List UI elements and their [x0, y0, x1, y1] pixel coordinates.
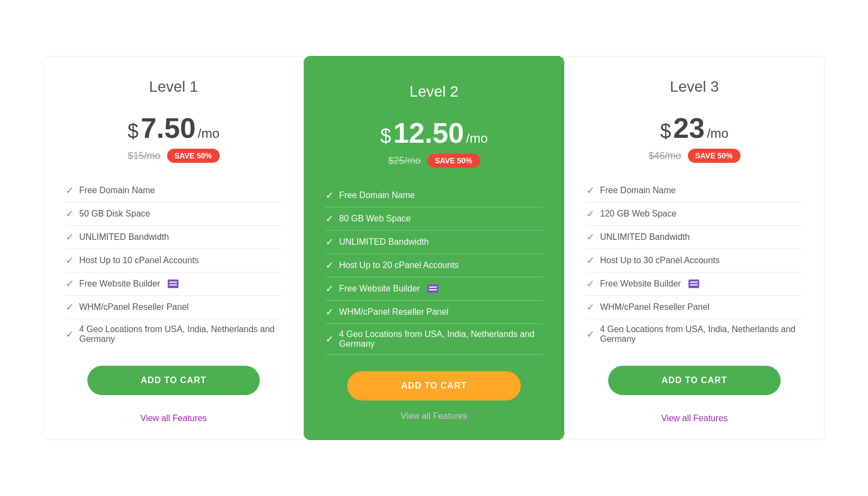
check-icon-level3-6: ✓	[586, 328, 595, 340]
add-to-cart-button-level2[interactable]: ADD TO CART	[347, 371, 521, 400]
currency-level2: $	[380, 125, 391, 148]
price-main-level3: $ 23 /mo	[586, 112, 802, 144]
website-builder-icon-level3-4	[688, 279, 699, 288]
price-area-level2: $ 12.50 /mo $25/mo SAVE 50%	[326, 117, 542, 179]
check-icon-level2-5: ✓	[326, 306, 334, 318]
feature-item-level3-4: ✓ Free Website Builder	[586, 272, 802, 296]
price-value-level2: 12.50	[393, 117, 464, 149]
check-icon-level3-2: ✓	[586, 231, 595, 243]
view-features-link-level3[interactable]: View all Features	[661, 414, 727, 423]
check-icon-level2-1: ✓	[326, 213, 334, 225]
features-list-level2: ✓ Free Domain Name ✓ 80 GB Web Space ✓ U…	[326, 184, 542, 355]
feature-item-level2-5: ✓ WHM/cPanel Reseller Panel	[326, 301, 542, 324]
price-area-level1: $ 7.50 /mo $15/mo SAVE 50%	[66, 112, 282, 174]
feature-item-level1-6: ✓ 4 Geo Locations from USA, India, Nethe…	[66, 319, 282, 349]
price-original-row-level3: $46/mo SAVE 50%	[586, 149, 802, 163]
website-builder-icon-level1-4	[168, 279, 178, 288]
check-icon-level1-5: ✓	[66, 301, 74, 313]
features-list-level3: ✓ Free Domain Name ✓ 120 GB Web Space ✓ …	[586, 179, 802, 349]
feature-item-level2-3: ✓ Host Up to 20 cPanel Accounts	[326, 254, 542, 277]
feature-text-level1-5: WHM/cPanel Reseller Panel	[79, 302, 189, 312]
pricing-container: Level 1 $ 7.50 /mo $15/mo SAVE 50% ✓ Fre…	[11, 56, 857, 440]
feature-text-level3-5: WHM/cPanel Reseller Panel	[600, 302, 710, 312]
price-original-row-level2: $25/mo SAVE 50%	[326, 154, 542, 168]
feature-item-level2-4: ✓ Free Website Builder	[326, 277, 542, 301]
feature-text-level2-3: Host Up to 20 cPanel Accounts	[339, 260, 459, 270]
currency-level3: $	[660, 120, 671, 143]
feature-item-level2-1: ✓ 80 GB Web Space	[326, 207, 542, 231]
feature-text-level2-6: 4 Geo Locations from USA, India, Netherl…	[339, 329, 542, 349]
check-icon-level1-1: ✓	[66, 208, 74, 220]
check-icon-level1-2: ✓	[66, 231, 74, 243]
plan-card-level2: Level 2 $ 12.50 /mo $25/mo SAVE 50% ✓ Fr…	[304, 56, 564, 440]
feature-text-level3-3: Host Up to 30 cPanel Accounts	[600, 256, 720, 265]
check-icon-level3-4: ✓	[586, 278, 595, 290]
feature-text-level1-3: Host Up to 10 cPanel Accounts	[79, 256, 199, 265]
currency-level1: $	[127, 120, 138, 143]
add-to-cart-button-level1[interactable]: ADD TO CART	[87, 366, 260, 395]
feature-text-level1-1: 50 GB Disk Space	[79, 209, 150, 219]
feature-item-level2-0: ✓ Free Domain Name	[326, 184, 542, 207]
feature-text-level3-2: UNLIMITED Bandwidth	[600, 232, 690, 242]
check-icon-level2-6: ✓	[326, 333, 334, 345]
feature-text-level2-0: Free Domain Name	[339, 190, 415, 200]
check-icon-level3-1: ✓	[586, 208, 595, 220]
feature-text-level3-4: Free Website Builder	[600, 279, 681, 289]
original-price-level3: $46/mo	[648, 150, 681, 162]
check-icon-level2-4: ✓	[326, 283, 334, 295]
feature-item-level3-6: ✓ 4 Geo Locations from USA, India, Nethe…	[586, 319, 802, 349]
feature-item-level3-2: ✓ UNLIMITED Bandwidth	[586, 226, 802, 249]
check-icon-level2-3: ✓	[326, 259, 334, 271]
feature-item-level1-2: ✓ UNLIMITED Bandwidth	[66, 226, 282, 249]
feature-item-level3-3: ✓ Host Up to 30 cPanel Accounts	[586, 249, 802, 272]
feature-text-level1-4: Free Website Builder	[79, 279, 160, 289]
feature-item-level2-6: ✓ 4 Geo Locations from USA, India, Nethe…	[326, 324, 542, 355]
price-main-level2: $ 12.50 /mo	[326, 117, 542, 149]
features-list-level1: ✓ Free Domain Name ✓ 50 GB Disk Space ✓ …	[66, 179, 282, 349]
price-value-level1: 7.50	[141, 112, 195, 144]
check-icon-level1-3: ✓	[66, 255, 74, 266]
feature-item-level3-0: ✓ Free Domain Name	[586, 179, 802, 202]
feature-text-level3-0: Free Domain Name	[600, 186, 676, 195]
feature-text-level1-2: UNLIMITED Bandwidth	[79, 232, 169, 242]
price-period-level2: /mo	[466, 131, 488, 146]
original-price-level1: $15/mo	[127, 150, 160, 162]
feature-item-level3-5: ✓ WHM/cPanel Reseller Panel	[586, 296, 802, 319]
check-icon-level3-5: ✓	[586, 301, 595, 313]
feature-item-level1-3: ✓ Host Up to 10 cPanel Accounts	[66, 249, 282, 272]
check-icon-level3-3: ✓	[586, 255, 595, 266]
feature-item-level2-2: ✓ UNLIMITED Bandwidth	[326, 231, 542, 254]
plan-title-level3: Level 3	[670, 78, 719, 96]
price-period-level1: /mo	[198, 126, 220, 141]
feature-item-level1-1: ✓ 50 GB Disk Space	[66, 202, 282, 226]
feature-text-level3-1: 120 GB Web Space	[600, 209, 676, 219]
save-badge-level2: SAVE 50%	[427, 154, 480, 168]
feature-text-level2-4: Free Website Builder	[339, 284, 420, 294]
feature-text-level1-0: Free Domain Name	[79, 186, 155, 195]
price-value-level3: 23	[673, 112, 705, 144]
check-icon-level2-0: ✓	[326, 189, 334, 201]
plan-title-level1: Level 1	[149, 78, 198, 96]
feature-text-level3-6: 4 Geo Locations from USA, India, Netherl…	[600, 325, 802, 344]
plan-title-level2: Level 2	[410, 83, 458, 100]
view-features-link-level1[interactable]: View all Features	[141, 414, 207, 423]
price-main-level1: $ 7.50 /mo	[66, 112, 282, 144]
website-builder-icon-level2-4	[427, 284, 438, 293]
feature-item-level1-5: ✓ WHM/cPanel Reseller Panel	[66, 296, 282, 319]
feature-text-level2-2: UNLIMITED Bandwidth	[339, 237, 429, 247]
original-price-level2: $25/mo	[388, 155, 420, 167]
feature-text-level2-1: 80 GB Web Space	[339, 214, 411, 224]
check-icon-level2-2: ✓	[326, 236, 334, 248]
price-period-level3: /mo	[707, 126, 729, 141]
save-badge-level3: SAVE 50%	[688, 149, 741, 163]
check-icon-level1-0: ✓	[66, 185, 74, 196]
feature-item-level3-1: ✓ 120 GB Web Space	[586, 202, 802, 226]
plan-card-level1: Level 1 $ 7.50 /mo $15/mo SAVE 50% ✓ Fre…	[43, 56, 304, 440]
save-badge-level1: SAVE 50%	[167, 149, 220, 163]
check-icon-level1-6: ✓	[66, 328, 74, 340]
add-to-cart-button-level3[interactable]: ADD TO CART	[608, 366, 781, 395]
feature-text-level1-6: 4 Geo Locations from USA, India, Netherl…	[79, 325, 282, 344]
view-features-link-level2[interactable]: View all Features	[401, 411, 467, 421]
plan-card-level3: Level 3 $ 23 /mo $46/mo SAVE 50% ✓ Free …	[564, 56, 825, 440]
check-icon-level1-4: ✓	[66, 278, 74, 290]
